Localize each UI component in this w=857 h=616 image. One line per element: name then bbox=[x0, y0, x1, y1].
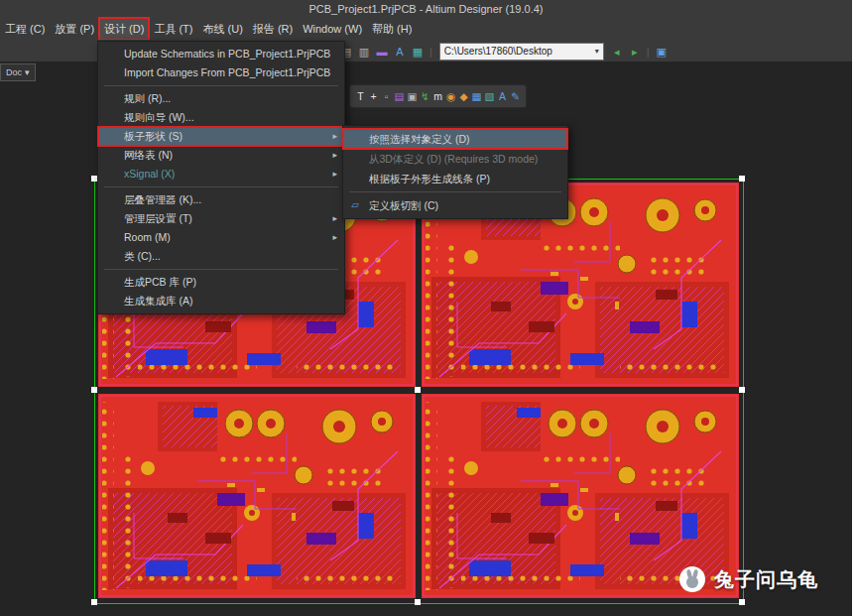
menu-item-xsignal[interactable]: xSignal (X) ▸ bbox=[98, 165, 344, 184]
menu-design[interactable]: 设计 (D) bbox=[99, 18, 149, 40]
measure-tool-icon[interactable]: m bbox=[431, 86, 444, 106]
window-title: PCB_Project1.PrjPCB - Altium Designer (1… bbox=[309, 3, 544, 15]
submenu-arrow-icon: ▸ bbox=[332, 209, 337, 228]
toolbar-separator-2: | bbox=[644, 46, 653, 58]
doc-tab-label: Doc bbox=[6, 65, 22, 80]
submenu-item-define-board-cutout[interactable]: ▱ 定义板切割 (C) bbox=[343, 195, 567, 215]
submenu-arrow-icon: ▸ bbox=[332, 146, 337, 165]
path-combo[interactable]: C:\Users\17860\Desktop ▾ bbox=[439, 43, 604, 61]
combo-dropdown-icon[interactable]: ▾ bbox=[595, 47, 599, 56]
menu-item-room[interactable]: Room (M) ▸ bbox=[98, 228, 344, 247]
menu-project[interactable]: 工程 (C) bbox=[0, 18, 50, 40]
menu-item-rule-wizard[interactable]: 规则向导 (W)... bbox=[98, 108, 344, 127]
clipboard-tool-icon[interactable]: ▣ bbox=[406, 86, 419, 106]
board-cutout-icon: ▱ bbox=[349, 199, 361, 211]
menu-item-classes[interactable]: 类 (C)... bbox=[98, 247, 344, 266]
fill-icon[interactable]: ▬ bbox=[373, 41, 391, 62]
menu-bar: 工程 (C) 放置 (P) 设计 (D) 工具 (T) 布线 (U) 报告 (R… bbox=[0, 18, 852, 40]
selection-handle[interactable] bbox=[415, 599, 421, 605]
menu-item-import-changes[interactable]: Import Changes From PCB_Project1.PrjPCB bbox=[98, 63, 344, 82]
route-tool-icon[interactable]: ↯ bbox=[419, 86, 431, 106]
menu-item-label: 板子形状 (S) bbox=[124, 130, 183, 142]
menu-item-board-shape[interactable]: 板子形状 (S) ▸ bbox=[98, 127, 344, 146]
screens-icon[interactable]: ▣ bbox=[653, 41, 671, 62]
chart-tool-icon[interactable]: ▤ bbox=[393, 86, 406, 106]
menu-place[interactable]: 放置 (P) bbox=[50, 18, 99, 40]
menu-help[interactable]: 帮助 (H) bbox=[367, 18, 417, 40]
watermark: 兔子问乌龟 bbox=[678, 565, 818, 593]
pad-tool-icon[interactable]: ◆ bbox=[457, 86, 470, 106]
menu-separator bbox=[104, 186, 338, 187]
menu-item-update-schematics[interactable]: Update Schematics in PCB_Project1.PrjPCB bbox=[98, 45, 344, 63]
grid-icon[interactable]: ▦ bbox=[409, 41, 427, 62]
active-bar: T + ▫ ▤ ▣ ↯ m ◉ ◆ ▦ ▧ A ✎ bbox=[349, 84, 527, 108]
region-tool-icon[interactable]: ▫ bbox=[380, 86, 393, 106]
submenu-item-define-from-selected[interactable]: 按照选择对象定义 (D) bbox=[343, 129, 567, 149]
selection-handle[interactable] bbox=[415, 387, 421, 393]
selection-handle[interactable] bbox=[739, 387, 745, 393]
menu-item-label: 网络表 (N) bbox=[124, 149, 173, 161]
menu-separator bbox=[104, 85, 338, 86]
add-tool-icon[interactable]: + bbox=[367, 86, 380, 106]
altium-designer-window: PCB_Project1.PrjPCB - Altium Designer (1… bbox=[0, 0, 857, 616]
menu-reports[interactable]: 报告 (R) bbox=[248, 18, 298, 40]
menu-window[interactable]: Window (W) bbox=[298, 18, 367, 40]
menu-item-label: Room (M) bbox=[124, 231, 171, 243]
menu-item-make-pcb-library[interactable]: 生成PCB 库 (P) bbox=[98, 273, 344, 292]
submenu-arrow-icon: ▸ bbox=[332, 127, 337, 146]
draw-tool-icon[interactable]: ✎ bbox=[509, 86, 522, 106]
menu-item-label: xSignal (X) bbox=[124, 168, 175, 180]
toolbar-separator: | bbox=[427, 46, 435, 58]
menu-separator bbox=[104, 269, 338, 270]
menu-item-netlist[interactable]: 网络表 (N) ▸ bbox=[98, 146, 344, 165]
screenshot-edge-strip bbox=[852, 0, 857, 616]
rabbit-logo bbox=[678, 565, 706, 593]
menu-tools[interactable]: 工具 (T) bbox=[149, 18, 197, 40]
menu-item-label: 管理层设置 (T) bbox=[124, 212, 192, 224]
menu-item-layer-stack-manager[interactable]: 层叠管理器 (K)... bbox=[98, 190, 344, 209]
text-icon[interactable]: A bbox=[391, 41, 409, 62]
text-tool-icon[interactable]: T bbox=[354, 86, 367, 106]
path-value: C:\Users\17860\Desktop bbox=[444, 46, 552, 57]
submenu-item-create-primitives-from-outline[interactable]: 根据板子外形生成线条 (P) bbox=[343, 169, 567, 188]
image-tool-icon[interactable]: ▧ bbox=[483, 86, 496, 106]
via-tool-icon[interactable]: ◉ bbox=[444, 86, 457, 106]
menu-item-manage-layer-sets[interactable]: 管理层设置 (T) ▸ bbox=[98, 209, 344, 228]
forward-icon[interactable]: ▸ bbox=[626, 41, 644, 62]
selection-handle[interactable] bbox=[91, 599, 97, 605]
doc-tab-arrow-icon[interactable]: ▾ bbox=[25, 65, 30, 80]
selection-handle[interactable] bbox=[91, 387, 97, 393]
grid-tool-icon[interactable]: ▦ bbox=[470, 86, 483, 106]
menu-item-label: 定义板切割 (C) bbox=[369, 199, 438, 211]
menu-route[interactable]: 布线 (U) bbox=[198, 18, 248, 40]
selection-handle[interactable] bbox=[739, 176, 745, 182]
submenu-arrow-icon: ▸ bbox=[332, 228, 337, 247]
board-shape-submenu: 按照选择对象定义 (D) 从3D体定义 (D) (Requires 3D mod… bbox=[342, 125, 568, 219]
menu-separator bbox=[349, 191, 561, 192]
plane-icon[interactable]: ▥ bbox=[355, 41, 373, 62]
submenu-arrow-icon: ▸ bbox=[332, 165, 337, 184]
watermark-text: 兔子问乌龟 bbox=[714, 566, 818, 593]
doc-tab[interactable]: Doc ▾ bbox=[0, 63, 36, 81]
design-menu: Update Schematics in PCB_Project1.PrjPCB… bbox=[97, 41, 345, 314]
selection-handle[interactable] bbox=[739, 599, 745, 605]
menu-item-make-integrated-library[interactable]: 生成集成库 (A) bbox=[98, 292, 344, 310]
title-bar[interactable]: PCB_Project1.PrjPCB - Altium Designer (1… bbox=[0, 0, 852, 18]
submenu-item-define-from-3d: 从3D体定义 (D) (Requires 3D mode) bbox=[343, 149, 567, 169]
back-icon[interactable]: ◂ bbox=[608, 41, 626, 62]
string-tool-icon[interactable]: A bbox=[496, 86, 509, 106]
menu-item-rules[interactable]: 规则 (R)... bbox=[98, 89, 344, 108]
